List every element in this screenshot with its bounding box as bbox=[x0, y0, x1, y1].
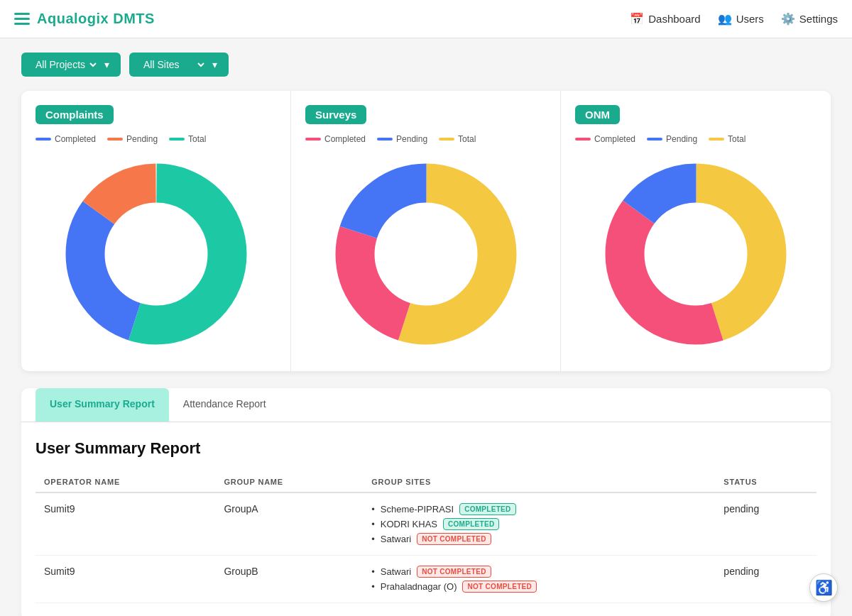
accessibility-button[interactable]: ♿ bbox=[809, 573, 838, 602]
complaints-donut bbox=[36, 151, 276, 357]
col-group: Group Name bbox=[215, 472, 363, 493]
tabs: User Summary Report Attendance Report bbox=[36, 388, 816, 422]
legend-label-completed: Completed bbox=[55, 134, 96, 144]
legend-label-pending-s: Pending bbox=[396, 134, 427, 144]
legend-dot-pending bbox=[107, 138, 123, 141]
site-name: Satwari bbox=[381, 566, 411, 577]
tab-attendance[interactable]: Attendance Report bbox=[169, 388, 280, 422]
legend-dot-total-s bbox=[439, 138, 454, 141]
complaints-chart-card: Complaints Completed Pending Total bbox=[21, 91, 291, 371]
site-row: •Scheme-PIPRASICOMPLETED bbox=[371, 503, 706, 515]
report-title: User Summary Report bbox=[36, 439, 816, 458]
legend-label-total-o: Total bbox=[728, 134, 746, 144]
status-badge: NOT COMPLETED bbox=[417, 566, 491, 578]
projects-chevron-icon: ▾ bbox=[104, 59, 109, 70]
cell-status: pending bbox=[715, 493, 816, 556]
sites-chevron-icon: ▾ bbox=[212, 59, 217, 70]
surveys-donut bbox=[305, 151, 546, 357]
svg-point-7 bbox=[378, 206, 474, 302]
site-name: KODRI KHAS bbox=[381, 519, 437, 529]
site-row: •SatwariNOT COMPLETED bbox=[371, 533, 706, 545]
surveys-legend: Completed Pending Total bbox=[305, 134, 546, 144]
complaints-donut-svg bbox=[64, 162, 248, 346]
status-badge: COMPLETED bbox=[459, 503, 515, 515]
cell-status: pending bbox=[715, 556, 816, 603]
site-row: •Prahaladnagar (O)NOT COMPLETED bbox=[371, 581, 706, 593]
nav-settings-label: Settings bbox=[799, 13, 838, 25]
nav-dashboard-label: Dashboard bbox=[648, 13, 700, 25]
site-name: Scheme-PIPRASI bbox=[381, 504, 454, 515]
bullet-icon: • bbox=[371, 566, 375, 577]
projects-filter[interactable]: All Projects Project A Project B ▾ bbox=[21, 53, 121, 77]
nav-settings[interactable]: ⚙️ Settings bbox=[781, 12, 838, 26]
header: Aqualogix DMTS 📅 Dashboard 👥 Users ⚙️ Se… bbox=[0, 0, 852, 38]
cell-operator: Sumit9 bbox=[36, 556, 215, 603]
complaints-legend: Completed Pending Total bbox=[36, 134, 276, 144]
site-row: •KODRI KHASCOMPLETED bbox=[371, 518, 706, 530]
table-header: Operator Name Group Name Group Sites Sta… bbox=[36, 472, 816, 493]
sites-select[interactable]: All Sites Site A Site B bbox=[141, 58, 207, 71]
onm-donut bbox=[575, 151, 816, 357]
dashboard-icon: 📅 bbox=[630, 12, 644, 26]
legend-dot-pending-s bbox=[377, 138, 393, 141]
legend-pending-complaints: Pending bbox=[107, 134, 158, 144]
onm-chart-card: ONM Completed Pending Total bbox=[561, 91, 831, 371]
legend-dot-total bbox=[169, 138, 185, 141]
site-row: •SatwariNOT COMPLETED bbox=[371, 566, 706, 578]
bullet-icon: • bbox=[371, 534, 375, 544]
legend-dot-completed-s bbox=[305, 138, 321, 141]
table-row: Sumit9GroupA•Scheme-PIPRASICOMPLETED•KOD… bbox=[36, 493, 816, 556]
users-icon: 👥 bbox=[718, 12, 732, 26]
legend-completed-complaints: Completed bbox=[36, 134, 96, 144]
report-table: Operator Name Group Name Group Sites Sta… bbox=[36, 472, 816, 603]
nav-users[interactable]: 👥 Users bbox=[718, 12, 764, 26]
legend-dot-completed-o bbox=[575, 138, 591, 141]
legend-label-pending-o: Pending bbox=[666, 134, 697, 144]
legend-dot-pending-o bbox=[647, 138, 662, 141]
nav-users-label: Users bbox=[736, 13, 764, 25]
surveys-title: Surveys bbox=[305, 105, 366, 124]
bullet-icon: • bbox=[371, 519, 375, 529]
col-operator: Operator Name bbox=[36, 472, 215, 493]
legend-dot-completed bbox=[36, 138, 51, 141]
legend-total-complaints: Total bbox=[169, 134, 206, 144]
projects-select[interactable]: All Projects Project A Project B bbox=[33, 58, 99, 71]
report-section: User Summary Report Operator Name Group … bbox=[21, 422, 831, 616]
nav-dashboard[interactable]: 📅 Dashboard bbox=[630, 12, 700, 26]
cell-sites: •Scheme-PIPRASICOMPLETED•KODRI KHASCOMPL… bbox=[363, 493, 715, 556]
status-badge: NOT COMPLETED bbox=[417, 533, 491, 545]
logo-text: Aqualogix DMTS bbox=[37, 11, 155, 27]
surveys-donut-svg bbox=[334, 162, 518, 346]
sites-filter[interactable]: All Sites Site A Site B ▾ bbox=[129, 53, 229, 77]
charts-row: Complaints Completed Pending Total bbox=[21, 91, 831, 371]
status-badge: COMPLETED bbox=[443, 518, 499, 530]
bullet-icon: • bbox=[371, 504, 375, 515]
svg-point-3 bbox=[108, 206, 204, 302]
tabs-section: User Summary Report Attendance Report bbox=[21, 388, 831, 422]
header-left: Aqualogix DMTS bbox=[14, 11, 630, 27]
onm-title: ONM bbox=[575, 105, 620, 124]
hamburger-icon[interactable] bbox=[14, 13, 30, 25]
tab-user-summary[interactable]: User Summary Report bbox=[36, 388, 169, 422]
settings-icon: ⚙️ bbox=[781, 12, 795, 26]
complaints-title: Complaints bbox=[36, 105, 114, 124]
cell-group: GroupB bbox=[215, 556, 363, 603]
legend-completed-onm: Completed bbox=[575, 134, 635, 144]
site-name: Prahaladnagar (O) bbox=[381, 581, 457, 592]
bullet-icon: • bbox=[371, 581, 375, 592]
onm-legend: Completed Pending Total bbox=[575, 134, 816, 144]
main-content: All Projects Project A Project B ▾ All S… bbox=[7, 38, 845, 616]
legend-label-completed-o: Completed bbox=[594, 134, 635, 144]
legend-pending-surveys: Pending bbox=[377, 134, 427, 144]
legend-completed-surveys: Completed bbox=[305, 134, 366, 144]
cell-sites: •SatwariNOT COMPLETED•Prahaladnagar (O)N… bbox=[363, 556, 715, 603]
cell-operator: Sumit9 bbox=[36, 493, 215, 556]
legend-label-total: Total bbox=[188, 134, 206, 144]
legend-dot-total-o bbox=[709, 138, 724, 141]
filters-row: All Projects Project A Project B ▾ All S… bbox=[21, 53, 831, 77]
legend-label-pending: Pending bbox=[126, 134, 158, 144]
col-status: Status bbox=[715, 472, 816, 493]
cell-group: GroupA bbox=[215, 493, 363, 556]
col-sites: Group Sites bbox=[363, 472, 715, 493]
report-body: Sumit9GroupA•Scheme-PIPRASICOMPLETED•KOD… bbox=[36, 493, 816, 603]
